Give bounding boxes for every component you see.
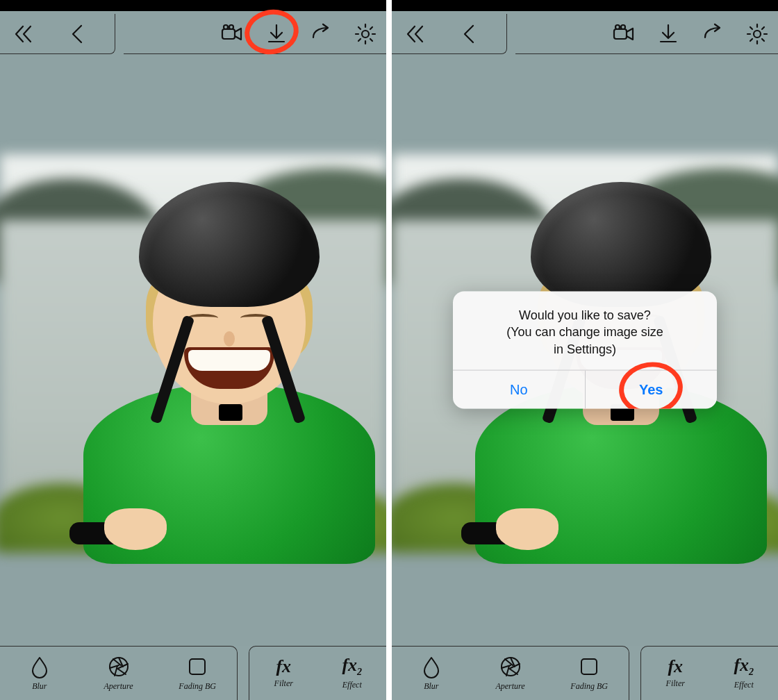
tool-aperture[interactable]: Aperture — [471, 647, 550, 700]
drop-icon — [420, 655, 443, 678]
tool-aperture[interactable]: Aperture — [79, 647, 158, 700]
bottom-group-left: Blur Aperture Fading BG — [0, 646, 238, 700]
status-bar — [0, 0, 386, 11]
bottom-group-right: fx Filter fx2 Effect — [249, 646, 386, 700]
svg-point-9 — [754, 31, 761, 38]
fx2-icon: fx2 — [342, 656, 362, 677]
photo-preview — [0, 154, 386, 546]
aperture-icon — [499, 655, 522, 678]
svg-point-7 — [615, 25, 620, 29]
share-icon[interactable] — [699, 20, 727, 48]
double-chevron-left-icon[interactable] — [10, 20, 38, 48]
tool-label: Aperture — [104, 681, 133, 692]
bottom-toolbar: Blur Aperture Fading BG fx Filter f — [392, 646, 778, 700]
dialog-yes-label: Yes — [639, 381, 663, 397]
square-icon — [185, 655, 209, 678]
tool-filter[interactable]: fx Filter — [249, 647, 318, 700]
bottom-group-left: Blur Aperture Fading BG — [392, 646, 629, 700]
dialog-no-label: No — [510, 381, 528, 397]
top-toolbar — [392, 11, 778, 56]
svg-point-8 — [621, 25, 625, 29]
pane-divider — [386, 0, 392, 700]
chevron-left-icon[interactable] — [456, 20, 483, 48]
status-bar — [392, 0, 778, 11]
svg-point-3 — [362, 31, 369, 38]
fx-icon: fx — [668, 658, 683, 676]
gear-icon[interactable] — [743, 20, 771, 48]
editor-canvas[interactable] — [0, 56, 386, 644]
editor-canvas[interactable]: Would you like to save? (You can change … — [392, 56, 778, 644]
fx-icon: fx — [276, 658, 291, 676]
svg-rect-6 — [614, 29, 627, 39]
dialog-no-button[interactable]: No — [453, 370, 585, 408]
svg-point-1 — [224, 25, 228, 29]
dialog-buttons: No Yes — [453, 369, 717, 408]
svg-rect-11 — [581, 659, 597, 674]
back-button-group — [392, 14, 507, 54]
tool-fading-bg[interactable]: Fading BG — [158, 647, 237, 700]
tool-label: Blur — [32, 681, 47, 692]
back-button-group — [0, 14, 115, 54]
tool-label: Effect — [734, 680, 754, 690]
top-right-actions — [124, 14, 386, 54]
svg-rect-5 — [190, 659, 205, 674]
tool-label: Fading BG — [570, 681, 608, 692]
double-chevron-left-icon[interactable] — [402, 20, 429, 48]
bottom-group-right: fx Filter fx2 Effect — [640, 646, 778, 700]
download-icon[interactable] — [263, 20, 290, 48]
drop-icon — [28, 655, 51, 678]
tool-label: Filter — [274, 678, 293, 689]
dialog-line: Would you like to save? — [468, 307, 702, 324]
left-screenshot: Blur Aperture Fading BG fx Filter f — [0, 0, 386, 700]
tool-filter[interactable]: fx Filter — [641, 647, 710, 700]
tool-blur[interactable]: Blur — [392, 647, 471, 700]
gear-icon[interactable] — [351, 20, 379, 48]
tool-effect[interactable]: fx2 Effect — [710, 647, 779, 700]
tool-effect[interactable]: fx2 Effect — [318, 647, 387, 700]
save-dialog: Would you like to save? (You can change … — [453, 292, 717, 409]
dialog-yes-button[interactable]: Yes — [585, 370, 718, 408]
tool-label: Fading BG — [179, 681, 216, 692]
svg-point-2 — [229, 25, 233, 29]
tool-label: Aperture — [495, 681, 524, 692]
tool-label: Blur — [424, 681, 438, 692]
tool-label: Effect — [342, 680, 362, 690]
tool-label: Filter — [666, 678, 685, 689]
right-screenshot: Would you like to save? (You can change … — [392, 0, 778, 700]
tool-blur[interactable]: Blur — [0, 647, 79, 700]
tool-fading-bg[interactable]: Fading BG — [549, 647, 629, 700]
top-right-actions — [515, 14, 778, 54]
chevron-left-icon[interactable] — [64, 20, 92, 48]
fx2-icon: fx2 — [734, 656, 754, 677]
video-camera-icon[interactable] — [610, 20, 638, 48]
top-toolbar — [0, 11, 386, 56]
video-camera-icon[interactable] — [218, 20, 246, 48]
square-icon — [577, 655, 601, 678]
svg-rect-0 — [222, 29, 235, 39]
share-icon[interactable] — [307, 20, 335, 48]
bottom-toolbar: Blur Aperture Fading BG fx Filter f — [0, 646, 386, 700]
download-icon[interactable] — [654, 20, 682, 48]
dialog-line: (You can change image size — [468, 324, 702, 340]
dialog-message: Would you like to save? (You can change … — [453, 292, 717, 370]
dialog-line: in Settings) — [468, 340, 702, 357]
aperture-icon — [107, 655, 131, 678]
